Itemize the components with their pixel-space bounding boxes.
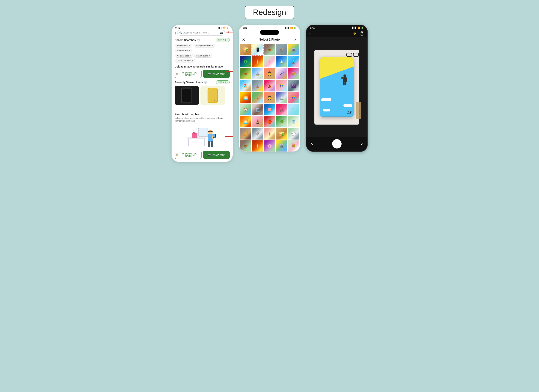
photo-cell-8[interactable]: 🏔️: [276, 56, 287, 67]
search-bar[interactable]: 🔍 📷: [177, 30, 225, 36]
photo-picker-close-btn[interactable]: ✕: [242, 38, 245, 42]
photo-cell-18[interactable]: 👫: [276, 80, 287, 91]
recent-searches-see-all[interactable]: SEE ALL ›: [216, 38, 230, 42]
photo-cell-43[interactable]: 🏛️: [276, 140, 287, 151]
photo-cell-11[interactable]: ⛰️: [252, 68, 263, 79]
take-photo-btn[interactable]: 📷 TAKE PHOTO: [203, 70, 230, 78]
photo-cell-44[interactable]: 💐: [288, 140, 299, 151]
recent-searches-header: Recent Searches 🕐 SEE ALL ›: [175, 38, 230, 42]
phone3-flash-btn[interactable]: ⚡: [353, 31, 357, 36]
chip-ipad-covers[interactable]: IPad Covers ✕: [194, 54, 212, 58]
svg-rect-16: [353, 53, 359, 57]
photo-cell-23[interactable]: 🏔️: [276, 92, 287, 104]
photo-cell-5[interactable]: 🦚: [240, 56, 251, 67]
recently-viewed-see-all[interactable]: SEE ALL ›: [216, 80, 230, 84]
photo-cell-16[interactable]: 🗼: [252, 80, 263, 91]
strap-dots: [359, 110, 360, 114]
photo-cell-33[interactable]: 🌿: [276, 116, 287, 127]
cloud1b: [321, 99, 327, 101]
photo-cell-27[interactable]: 🪷: [264, 104, 275, 115]
photo-cell-19[interactable]: 🌆: [288, 80, 299, 91]
photo-cell-41[interactable]: 🕯️: [252, 140, 263, 151]
chip-watchbands-remove[interactable]: ✕: [189, 45, 190, 47]
chip-passport-wallets-remove[interactable]: ✕: [212, 45, 213, 47]
photo-cell-36[interactable]: 🐺: [252, 128, 263, 140]
chip-watchbands[interactable]: Watchbands ✕: [175, 44, 192, 47]
chip-airtag-cases[interactable]: AirTag Cases ✕: [175, 54, 193, 58]
search-photo-subtitle: Upload photo of accessories like phone c…: [175, 117, 230, 123]
back-button[interactable]: ‹: [175, 31, 176, 35]
photo-cell-17[interactable]: 💃: [264, 80, 275, 91]
phone3-confirm-btn[interactable]: ✓: [361, 142, 364, 146]
photo-cell-28[interactable]: 🌺: [276, 104, 287, 115]
product-thumb-2[interactable]: DX: [200, 86, 225, 105]
photo-cell-10[interactable]: 🦋: [240, 68, 251, 79]
photo-cell-2[interactable]: 🦋: [264, 44, 275, 55]
chip-phone-case-remove[interactable]: ✕: [189, 50, 190, 52]
photo-cell-7[interactable]: 🌸: [264, 56, 275, 67]
chip-passport-wallets[interactable]: Passport Wallets ✕: [193, 44, 215, 47]
product-thumb-1[interactable]: [175, 86, 199, 105]
phones-row: 9:41 ▌▌▌ 📶 🔋 ‹ 🔍 📷 📍: [167, 25, 372, 163]
photo-cell-37[interactable]: 🧍: [264, 128, 275, 140]
phone3-crop-btn[interactable]: ⊡: [332, 139, 342, 148]
phone3-help-btn[interactable]: ?: [360, 31, 364, 36]
phone3-time: 9:41: [310, 27, 315, 29]
phone3-back-btn[interactable]: ‹: [309, 31, 311, 36]
photo-cell-9[interactable]: 🗼: [288, 56, 299, 67]
page-title: Redesign: [253, 8, 286, 17]
photo-cell-38[interactable]: 🏜️: [276, 128, 287, 140]
photo-cell-29[interactable]: 🫧: [288, 104, 299, 115]
phone3-battery-icon: 🔋: [361, 27, 364, 29]
photo-cell-22[interactable]: 👩: [264, 92, 275, 104]
phone1-content: ‹ 🔍 📷 📍 1: [172, 30, 233, 108]
page-title-container: Redesign: [245, 6, 294, 19]
chip-phone-case[interactable]: Phone Case ✕: [175, 49, 192, 52]
photo-cell-15[interactable]: 🏖️: [240, 80, 251, 91]
photo-cell-26[interactable]: 🏛️: [252, 104, 263, 115]
photo-cell-30[interactable]: 🌅: [240, 116, 251, 127]
photo-cell-14[interactable]: 💐: [288, 68, 299, 79]
cloud2b: [347, 104, 352, 107]
photo-cell-31[interactable]: 💄: [252, 116, 263, 127]
phone3-header-actions: ⚡ ?: [353, 31, 364, 36]
search-photo-illustration: 2: [175, 124, 230, 149]
annotation1b-wrapper: 1: [226, 69, 233, 74]
upload-gallery-btn-bottom[interactable]: 🖼️ UPLOAD FROM GALLERY: [175, 151, 202, 159]
photo-cell-24[interactable]: 👫: [288, 92, 299, 104]
annotation1b-arrow: [226, 71, 233, 72]
photo-cell-4[interactable]: 🏛️: [288, 44, 299, 55]
photo-cell-1[interactable]: 📱: [252, 44, 263, 55]
search-input[interactable]: [183, 31, 219, 34]
photo-cell-35[interactable]: 🥜: [240, 128, 251, 140]
chip-laptop-sleeves[interactable]: Laptop Sleeves ✕: [175, 59, 195, 62]
chips-row-1: Watchbands ✕ Passport Wallets ✕ Phone Ca…: [175, 44, 230, 52]
photo-cell-20[interactable]: 🌅: [240, 92, 251, 104]
chip-ipad-covers-remove[interactable]: ✕: [208, 55, 210, 57]
search-icon: 🔍: [179, 31, 182, 34]
photo-cell-39[interactable]: 🐑: [288, 128, 299, 140]
photo-cell-13[interactable]: 🎤: [276, 68, 287, 79]
phone3-cancel-btn[interactable]: ✕: [310, 142, 313, 146]
chip-airtag-cases-remove[interactable]: ✕: [190, 55, 191, 57]
photo-cell-3[interactable]: 🪨: [276, 44, 287, 55]
photo-cell-32[interactable]: 🍎: [264, 116, 275, 127]
photo-cell-25[interactable]: 🏠: [240, 104, 251, 115]
photo-cell-40[interactable]: 🦋: [240, 140, 251, 151]
phone3-preview-area: DX: [306, 38, 367, 137]
chip-laptop-sleeves-remove[interactable]: ✕: [192, 60, 193, 62]
svg-rect-5: [208, 134, 213, 142]
phone3-bottom-bar: ✕ ⊡ ✓ 4: [306, 137, 367, 151]
camera-search-icon[interactable]: 📷: [220, 31, 223, 34]
photo-cell-6[interactable]: 🕯️: [252, 56, 263, 67]
phone1-signal-icon: ▌▌▌: [218, 27, 222, 29]
photo-cell-12[interactable]: 👩: [264, 68, 275, 79]
photo-cell-42[interactable]: 🌸: [264, 140, 275, 151]
svg-rect-11: [213, 134, 215, 137]
photo-cell-21[interactable]: 🚶: [252, 92, 263, 104]
svg-rect-26: [343, 82, 345, 85]
photo-cell-34[interactable]: 🥤: [288, 116, 299, 127]
upload-gallery-btn[interactable]: 🖼️ UPLOAD FROM GALLERY: [175, 70, 202, 78]
take-photo-btn-bottom[interactable]: 📷 TAKE PHOTO: [203, 151, 230, 159]
photo-cell-0[interactable]: 🏜️: [240, 44, 251, 55]
